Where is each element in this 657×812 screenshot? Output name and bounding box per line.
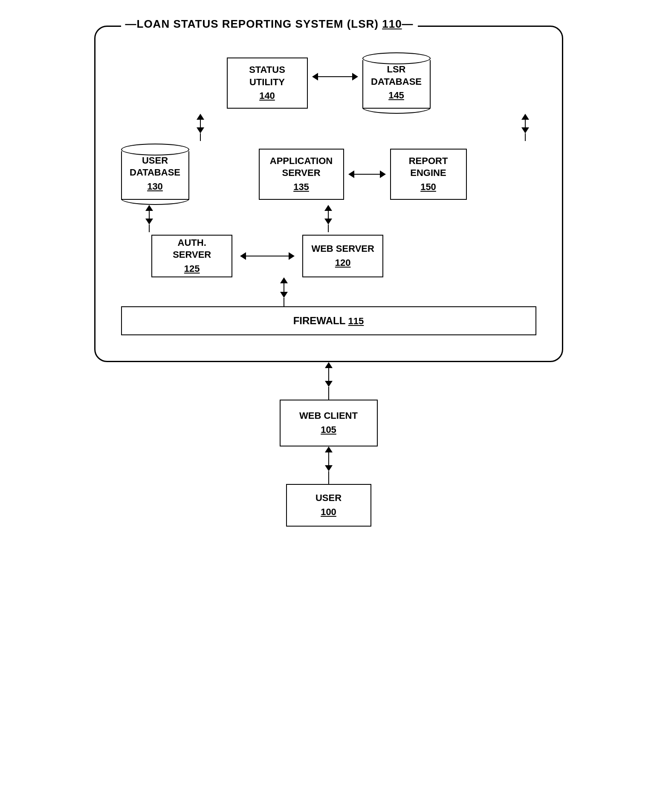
arrow-head-down-7 <box>325 465 333 471</box>
arrow-row-1 <box>121 114 536 144</box>
arrow-line-h-2 <box>354 174 380 175</box>
arrow-line-v-6 <box>328 368 329 381</box>
lsr-title: —LOAN STATUS REPORTING SYSTEM (LSR) 110— <box>121 17 418 31</box>
arrow-line-v-4 <box>328 211 329 219</box>
arrow-line-v-7b <box>328 471 329 484</box>
cylinder-body: LSRDATABASE 145 <box>362 60 431 109</box>
arrow-row-2 <box>121 205 536 235</box>
user-label: USER <box>315 492 342 504</box>
diagram-wrapper: —LOAN STATUS REPORTING SYSTEM (LSR) 110—… <box>34 26 623 527</box>
arrow-head-left <box>312 73 318 81</box>
firewall-number: 115 <box>348 316 364 326</box>
arrow-head-up-5 <box>280 277 288 283</box>
lsr-number: 110 <box>382 17 402 30</box>
report-engine-label: REPORTENGINE <box>409 155 448 179</box>
arrow-head-right <box>352 73 358 81</box>
lsr-inner: STATUSUTILITY 140 <box>121 52 536 335</box>
arrow-line-v-2b <box>525 133 526 141</box>
arrow-head-up-6 <box>325 362 333 368</box>
arrow-line-v-3 <box>149 211 150 219</box>
row-middle: USERDATABASE 130 APPLICATIONSERVER 135 <box>121 144 536 205</box>
arrow-head-up-4 <box>324 205 332 211</box>
arrow-head-left-3 <box>240 252 246 260</box>
auth-web-arrow <box>240 252 295 260</box>
arrow-line-v-1 <box>200 120 201 127</box>
arrow-line-v-7 <box>328 452 329 465</box>
web-server-label: WEB SERVER <box>311 243 374 255</box>
status-utility-number: 140 <box>259 90 275 102</box>
arrow-line-h <box>318 76 352 77</box>
page: —LOAN STATUS REPORTING SYSTEM (LSR) 110—… <box>0 0 657 812</box>
lsr-outer-box: —LOAN STATUS REPORTING SYSTEM (LSR) 110—… <box>94 26 563 362</box>
arrow-head-down-5 <box>280 292 288 298</box>
appserver-report-arrow <box>348 170 386 178</box>
app-server-col: APPLICATIONSERVER 135 <box>259 149 344 200</box>
arrow-line-v-6b <box>328 387 329 400</box>
arrow-line-v-1b <box>200 133 201 141</box>
cylinder-bottom-cap <box>362 108 431 114</box>
web-server-box: WEB SERVER 120 <box>302 235 383 277</box>
appserver-to-webserver-arrow <box>324 205 332 232</box>
report-engine-box: REPORTENGINE 150 <box>390 149 467 200</box>
webserver-to-firewall-arrow <box>280 277 288 306</box>
firewall-box: FIREWALL 115 <box>121 306 536 335</box>
lsr-database-label: LSRDATABASE <box>371 63 422 88</box>
arrow-head-up-7 <box>325 446 333 452</box>
user-database-label: USERDATABASE <box>130 155 180 179</box>
status-to-appserver-arrow <box>197 114 204 141</box>
user-database-number: 130 <box>147 181 163 193</box>
arrow-head-down-2 <box>521 127 529 133</box>
user-number: 100 <box>321 506 336 518</box>
auth-server-col: AUTH. SERVER 125 <box>151 235 232 277</box>
arrow-head-left-2 <box>348 170 354 178</box>
arrow-head-up-1 <box>197 114 204 120</box>
auth-server-label: AUTH. SERVER <box>160 237 224 261</box>
lsr-database-number: 145 <box>388 89 404 102</box>
user-db-bottom-cap <box>121 199 189 205</box>
web-client-box: WEB CLIENT 105 <box>280 400 378 446</box>
arrow-head-up-2 <box>521 114 529 120</box>
user-database-cylinder: USERDATABASE 130 <box>121 144 189 205</box>
cylinder-top <box>362 52 431 64</box>
lsr-to-report-arrow <box>521 114 529 141</box>
arrow-line-v-4b <box>328 225 329 232</box>
auth-server-number: 125 <box>184 263 200 275</box>
arrow-head-right-2 <box>380 170 386 178</box>
arrow-line-v-2 <box>525 120 526 127</box>
arrow-line-h-3 <box>246 256 289 256</box>
web-server-col: WEB SERVER 120 <box>302 235 383 277</box>
arrow-line-v-3b <box>149 225 150 232</box>
user-database-col: USERDATABASE 130 <box>121 144 189 205</box>
status-utility-label: STATUSUTILITY <box>249 64 285 88</box>
web-server-number: 120 <box>335 257 351 269</box>
firewall-to-webclient-arrow <box>325 362 333 400</box>
userdb-to-authserver-arrow <box>145 205 153 232</box>
arrow-head-right-3 <box>289 252 295 260</box>
arrow-head-down-3 <box>145 219 153 225</box>
report-engine-col: REPORTENGINE 150 <box>390 149 467 200</box>
application-server-number: 135 <box>293 181 309 193</box>
web-client-label: WEB CLIENT <box>299 410 358 422</box>
arrow-head-down-6 <box>325 381 333 387</box>
webclient-to-user-arrow <box>325 446 333 484</box>
status-utility-box: STATUSUTILITY 140 <box>227 58 308 109</box>
application-server-box: APPLICATIONSERVER 135 <box>259 149 344 200</box>
user-db-cylinder-top <box>121 144 189 155</box>
auth-server-box: AUTH. SERVER 125 <box>151 235 232 277</box>
web-client-number: 105 <box>321 424 336 436</box>
row-top: STATUSUTILITY 140 <box>121 52 536 114</box>
lsr-database-col: LSRDATABASE 145 <box>362 52 431 114</box>
status-lsr-arrow <box>312 73 358 81</box>
lsr-database-cylinder: LSRDATABASE 145 <box>362 52 431 114</box>
application-server-label: APPLICATIONSERVER <box>270 155 333 179</box>
arrow-head-up-3 <box>145 205 153 211</box>
row-lower: AUTH. SERVER 125 WEB SERVER <box>121 235 536 277</box>
arrow-head-down-1 <box>197 127 204 133</box>
arrow-head-down-4 <box>324 219 332 225</box>
user-db-cylinder-body: USERDATABASE 130 <box>121 151 189 200</box>
arrow-line-v-5b <box>284 298 284 306</box>
user-box: USER 100 <box>286 484 371 527</box>
report-engine-number: 150 <box>420 181 436 193</box>
status-utility-col: STATUSUTILITY 140 <box>227 58 308 109</box>
arrow-line-v-5 <box>284 283 284 292</box>
